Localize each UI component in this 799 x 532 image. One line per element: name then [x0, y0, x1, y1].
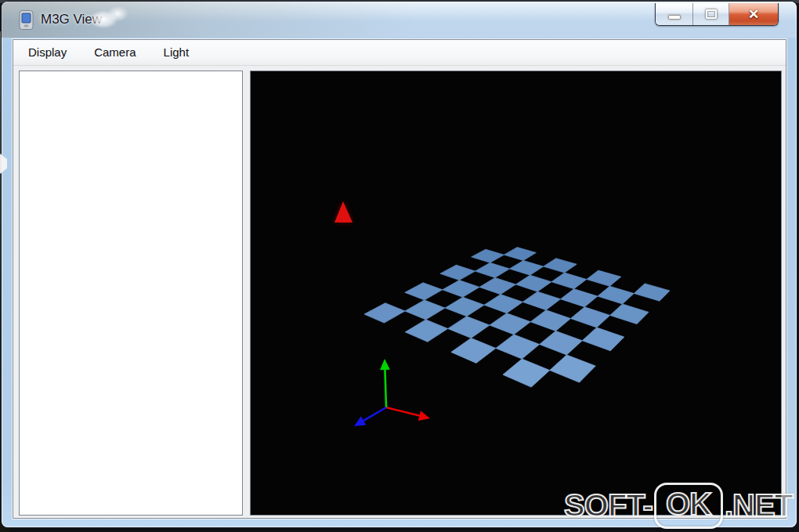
minimize-icon — [669, 16, 680, 19]
checker-cell — [540, 331, 583, 355]
checker-cell — [440, 265, 475, 280]
pda-phone-icon — [19, 10, 34, 30]
checker-cell — [445, 297, 484, 316]
maximize-icon — [706, 9, 717, 19]
checker-cell — [405, 283, 443, 300]
checker-cell — [472, 249, 504, 262]
checker-cell — [475, 262, 510, 277]
checker-cell — [571, 307, 610, 328]
checker-cell — [405, 300, 445, 320]
checker-cell — [551, 273, 587, 289]
checker-cell — [561, 289, 598, 307]
caption-button-group: ✕ — [655, 3, 779, 26]
axis-y-arrowhead — [380, 359, 390, 370]
window-title: M3G View — [41, 12, 102, 27]
scene-tree-panel[interactable] — [19, 71, 243, 516]
checker-cell — [530, 310, 570, 331]
menu-bar: DisplayCameraLight — [13, 40, 786, 66]
checker-cell — [448, 317, 490, 338]
checker-cell — [451, 338, 496, 364]
checker-cell — [443, 280, 479, 298]
checker-cell — [504, 248, 536, 261]
viewport-3d[interactable] — [250, 71, 782, 516]
menu-item-camera[interactable]: Camera — [85, 40, 144, 65]
axis-z-line — [363, 407, 386, 421]
screenshot-stage: M3G View ✕ DisplayCameraLight — [0, 0, 799, 532]
checker-cell — [496, 335, 540, 359]
checker-cell — [522, 291, 560, 310]
close-button[interactable]: ✕ — [729, 3, 778, 25]
title-bar[interactable]: M3G View ✕ — [2, 2, 797, 38]
checker-cell — [598, 286, 634, 304]
checker-cell — [405, 320, 447, 342]
checker-cell — [582, 328, 624, 351]
checker-cell — [587, 270, 621, 286]
checker-cell — [484, 295, 522, 313]
menu-item-light[interactable]: Light — [155, 40, 198, 65]
checker-cell — [364, 303, 405, 323]
minimize-button[interactable] — [656, 3, 693, 25]
checker-cell — [515, 275, 551, 291]
axis-x-arrowhead — [418, 411, 430, 421]
scene-canvas — [251, 71, 782, 516]
checker-cell — [550, 355, 596, 382]
axis-y-line — [385, 370, 386, 407]
checker-cell — [634, 284, 670, 301]
light-marker-triangle — [334, 201, 352, 223]
axis-x-line — [386, 407, 419, 416]
checker-cell — [544, 259, 577, 273]
app-window: M3G View ✕ DisplayCameraLight — [2, 2, 797, 527]
checker-cell — [490, 313, 530, 335]
maximize-button[interactable] — [693, 3, 729, 25]
checker-cell — [503, 359, 550, 387]
client-area: DisplayCameraLight — [13, 39, 786, 519]
checker-cell — [479, 277, 515, 294]
close-icon: ✕ — [748, 8, 759, 21]
checker-cell — [510, 261, 544, 276]
menu-item-display[interactable]: Display — [20, 40, 75, 65]
checker-cell — [610, 304, 649, 324]
